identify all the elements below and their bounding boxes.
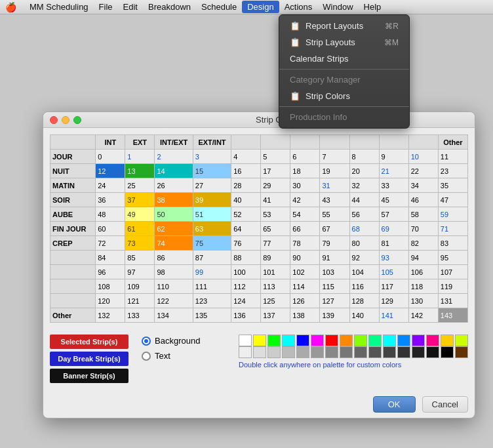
cell-9-8[interactable]: 116: [349, 279, 379, 294]
cell-10-2[interactable]: 122: [155, 294, 193, 308]
menu-calendar-strips[interactable]: Calendar Strips: [279, 51, 409, 67]
cell-5-7[interactable]: 67: [320, 222, 349, 236]
cell-8-2[interactable]: 98: [155, 265, 193, 279]
palette-swatch-1-7[interactable]: [340, 346, 353, 358]
cell-11-2[interactable]: 134: [155, 308, 193, 323]
cell-2-10[interactable]: 34: [408, 178, 438, 193]
cell-1-0[interactable]: 12: [96, 164, 125, 178]
cell-11-5[interactable]: 137: [261, 308, 290, 323]
cell-5-3[interactable]: 63: [193, 222, 231, 236]
cell-6-5[interactable]: 77: [261, 236, 290, 251]
cell-1-2[interactable]: 14: [155, 164, 193, 178]
cell-5-0[interactable]: 60: [96, 222, 125, 236]
cell-2-5[interactable]: 29: [261, 178, 290, 193]
cell-3-4[interactable]: 40: [231, 193, 261, 207]
menu-report-layouts[interactable]: 📋 Report Layouts ⌘R: [279, 18, 409, 34]
cell-11-1[interactable]: 133: [125, 308, 155, 323]
palette-swatch-1-10[interactable]: [383, 346, 396, 358]
cell-9-3[interactable]: 111: [193, 279, 231, 294]
cell-1-11[interactable]: 23: [438, 164, 467, 178]
cell-11-7[interactable]: 139: [320, 308, 349, 323]
background-radio[interactable]: Background: [142, 336, 200, 346]
palette-swatch-0-13[interactable]: [426, 335, 439, 346]
cell-8-10[interactable]: 106: [408, 265, 438, 279]
cell-0-11[interactable]: 11: [438, 150, 467, 164]
cell-10-8[interactable]: 128: [349, 294, 379, 308]
cell-7-3[interactable]: 87: [193, 251, 231, 265]
palette-swatch-0-4[interactable]: [296, 335, 309, 346]
cell-3-5[interactable]: 41: [261, 193, 290, 207]
palette-swatch-0-9[interactable]: [368, 335, 382, 346]
cell-9-10[interactable]: 118: [408, 279, 438, 294]
cell-0-3[interactable]: 3: [193, 150, 231, 164]
palette-swatch-1-0[interactable]: [239, 346, 252, 358]
cell-8-6[interactable]: 102: [290, 265, 320, 279]
cell-11-10[interactable]: 142: [408, 308, 438, 323]
palette-swatch-1-2[interactable]: [267, 346, 281, 358]
palette-swatch-0-8[interactable]: [354, 335, 367, 346]
palette-swatch-0-11[interactable]: [397, 335, 410, 346]
cell-11-4[interactable]: 136: [231, 308, 261, 323]
cell-9-4[interactable]: 112: [231, 279, 261, 294]
cell-7-2[interactable]: 86: [155, 251, 193, 265]
cell-11-9[interactable]: 141: [379, 308, 408, 323]
cell-1-5[interactable]: 17: [261, 164, 290, 178]
cell-8-5[interactable]: 101: [261, 265, 290, 279]
cell-6-6[interactable]: 78: [290, 236, 320, 251]
cell-1-6[interactable]: 18: [290, 164, 320, 178]
cell-1-4[interactable]: 16: [231, 164, 261, 178]
cell-10-5[interactable]: 125: [261, 294, 290, 308]
cell-9-5[interactable]: 113: [261, 279, 290, 294]
cell-2-4[interactable]: 28: [231, 178, 261, 193]
cell-0-10[interactable]: 10: [408, 150, 438, 164]
cell-6-2[interactable]: 74: [155, 236, 193, 251]
cell-5-10[interactable]: 70: [408, 222, 438, 236]
cell-5-5[interactable]: 65: [261, 222, 290, 236]
cell-1-3[interactable]: 15: [193, 164, 231, 178]
cell-3-8[interactable]: 44: [349, 193, 379, 207]
daybreak-strip-button[interactable]: Day Break Strip(s): [50, 352, 128, 366]
palette-swatch-1-4[interactable]: [296, 346, 309, 358]
cell-2-6[interactable]: 30: [290, 178, 320, 193]
cell-2-8[interactable]: 32: [349, 178, 379, 193]
cancel-button[interactable]: Cancel: [422, 396, 468, 413]
cell-2-11[interactable]: 35: [438, 178, 467, 193]
palette-swatch-1-3[interactable]: [282, 346, 295, 358]
cell-9-11[interactable]: 119: [438, 279, 467, 294]
palette-swatch-0-12[interactable]: [412, 335, 425, 346]
cell-3-0[interactable]: 36: [96, 193, 125, 207]
cell-5-11[interactable]: 71: [438, 222, 467, 236]
cell-7-11[interactable]: 95: [438, 251, 467, 265]
cell-5-9[interactable]: 69: [379, 222, 408, 236]
palette-swatch-1-13[interactable]: [426, 346, 439, 358]
cell-11-11[interactable]: 143: [438, 308, 467, 323]
palette-swatch-0-15[interactable]: [455, 335, 468, 346]
cell-7-5[interactable]: 89: [261, 251, 290, 265]
cell-10-3[interactable]: 123: [193, 294, 231, 308]
cell-10-1[interactable]: 121: [125, 294, 155, 308]
cell-7-10[interactable]: 94: [408, 251, 438, 265]
cell-6-4[interactable]: 76: [231, 236, 261, 251]
menu-schedule[interactable]: Schedule: [196, 1, 242, 13]
palette-swatch-1-9[interactable]: [368, 346, 382, 358]
cell-10-9[interactable]: 129: [379, 294, 408, 308]
menu-actions[interactable]: Actions: [279, 1, 318, 13]
cell-3-7[interactable]: 43: [320, 193, 349, 207]
cell-5-1[interactable]: 61: [125, 222, 155, 236]
cell-8-7[interactable]: 103: [320, 265, 349, 279]
cell-0-2[interactable]: 2: [155, 150, 193, 164]
cell-10-7[interactable]: 127: [320, 294, 349, 308]
cell-6-11[interactable]: 83: [438, 236, 467, 251]
cell-9-6[interactable]: 114: [290, 279, 320, 294]
palette-swatch-0-14[interactable]: [441, 335, 454, 346]
menu-help[interactable]: Help: [359, 1, 387, 13]
cell-6-10[interactable]: 82: [408, 236, 438, 251]
cell-8-4[interactable]: 100: [231, 265, 261, 279]
cell-4-6[interactable]: 54: [290, 207, 320, 222]
cell-2-7[interactable]: 31: [320, 178, 349, 193]
menu-strip-layouts[interactable]: 📋 Strip Layouts ⌘M: [279, 34, 409, 51]
cell-9-0[interactable]: 108: [96, 279, 125, 294]
cell-8-0[interactable]: 96: [96, 265, 125, 279]
cell-7-9[interactable]: 93: [379, 251, 408, 265]
cell-5-4[interactable]: 64: [231, 222, 261, 236]
